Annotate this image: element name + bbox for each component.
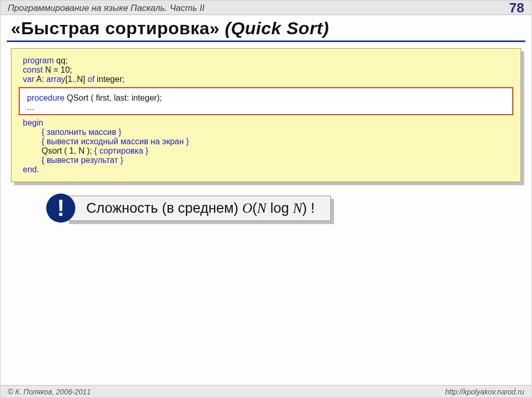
slide-title: «Быстрая сортировка» (Quick Sort) xyxy=(1,15,531,40)
title-quoted: «Быстрая сортировка» xyxy=(11,18,220,38)
slide: Программирование на языке Паскаль. Часть… xyxy=(0,0,532,398)
title-paren: (Quick Sort) xyxy=(225,18,329,38)
var-n2: N xyxy=(293,200,302,216)
course-title: Программирование на языке Паскаль. Часть… xyxy=(8,3,205,13)
code-text: qq; xyxy=(54,56,68,65)
code-text: N = 10; xyxy=(43,65,72,74)
code-text: A: xyxy=(34,75,46,84)
complexity-box: Сложность (в среднем) O(N log N) ! xyxy=(66,196,331,221)
top-bar: Программирование на языке Паскаль. Часть… xyxy=(1,1,531,15)
footer-url: http://kpolyakov.narod.ru xyxy=(445,388,524,396)
title-underline xyxy=(7,40,525,42)
complexity-tail: ! xyxy=(307,200,315,216)
page-number: 78 xyxy=(509,0,524,16)
comment-sort: { сортировка } xyxy=(94,146,148,155)
var-n1: N xyxy=(257,200,267,216)
complexity-label: Сложность (в среднем) xyxy=(86,200,242,216)
code-text: QSort ( first, last: integer); xyxy=(64,93,162,102)
code-text: [1..N] xyxy=(65,75,88,84)
comment-fill: { заполнить массив } xyxy=(42,128,122,136)
kw-begin: begin xyxy=(23,118,43,127)
code-inner: program qq; const N = 10; var A: array[1… xyxy=(11,48,521,182)
copyright: © К. Поляков, 2006-2011 xyxy=(8,388,91,396)
exclamation-icon: ! xyxy=(46,194,75,223)
code-qsort-call: Qsort ( 1, N ); xyxy=(42,146,94,155)
kw-procedure: procedure xyxy=(27,93,64,102)
complexity-callout: ! Сложность (в среднем) O(N log N) ! xyxy=(46,194,531,223)
kw-var: var xyxy=(23,75,34,84)
kw-of: of xyxy=(88,75,95,84)
kw-end: end. xyxy=(23,165,39,174)
bigO: O xyxy=(242,200,252,216)
highlighted-procedure-box: procedure QSort ( first, last: integer);… xyxy=(19,87,513,115)
code-text: integer; xyxy=(95,75,125,84)
kw-array: array xyxy=(46,75,65,84)
paren-close: ) xyxy=(302,200,307,216)
kw-program: program xyxy=(23,56,54,65)
kw-const: const xyxy=(23,65,43,74)
comment-print-result: { вывести результат } xyxy=(42,156,123,164)
code-block: program qq; const N = 10; var A: array[1… xyxy=(11,48,521,182)
comment-print-input: { вывести исходный массив на экран } xyxy=(42,137,189,146)
footer: © К. Поляков, 2006-2011 http://kpolyakov… xyxy=(1,385,531,397)
paren-open: ( xyxy=(252,200,257,216)
log-text: log xyxy=(267,200,293,216)
code-ellipsis: ... xyxy=(27,103,34,112)
